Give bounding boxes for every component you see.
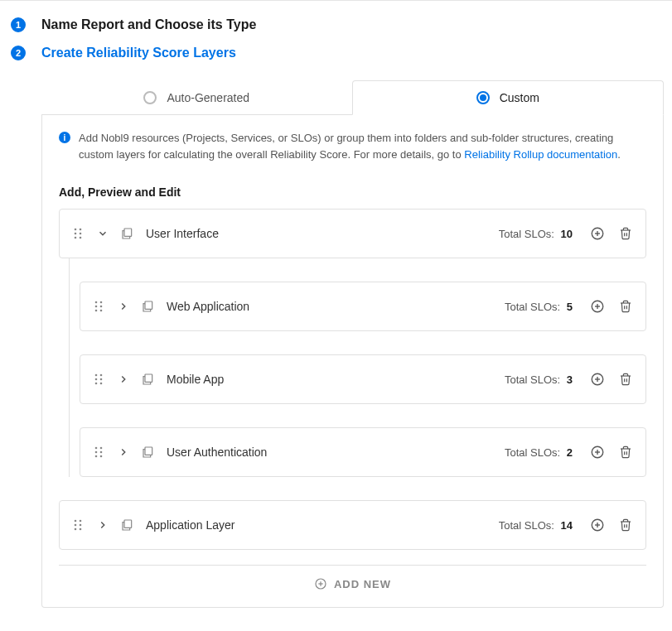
- info-banner: i Add Nobl9 resources (Projects, Service…: [59, 130, 646, 162]
- drag-handle-icon[interactable]: [92, 446, 105, 459]
- svg-point-21: [100, 374, 103, 377]
- svg-point-44: [75, 528, 77, 531]
- radio-auto-generated[interactable]: [143, 91, 157, 104]
- svg-point-15: [100, 310, 103, 312]
- step-1-number: 1: [16, 20, 21, 30]
- slo-count: Total SLOs: 3: [505, 373, 573, 386]
- delete-button[interactable]: [617, 227, 634, 240]
- delete-button[interactable]: [617, 518, 634, 532]
- chevron-right-icon[interactable]: [96, 519, 109, 531]
- svg-point-0: [75, 229, 77, 231]
- chevron-right-icon[interactable]: [117, 301, 130, 312]
- svg-point-34: [95, 455, 98, 458]
- drag-handle-icon[interactable]: [71, 518, 85, 532]
- svg-point-40: [75, 520, 77, 523]
- svg-point-45: [80, 528, 82, 531]
- svg-point-31: [100, 447, 103, 450]
- step-1-indicator[interactable]: 1: [11, 17, 26, 32]
- custom-layers-panel: i Add Nobl9 resources (Projects, Service…: [41, 115, 664, 608]
- section-title: Add, Preview and Edit: [59, 185, 646, 199]
- layer-name: User Interface: [146, 227, 487, 240]
- slo-count: Total SLOs: 10: [499, 228, 573, 240]
- add-new-layer-button[interactable]: ADD NEW: [59, 565, 646, 590]
- slo-count: Total SLOs: 14: [499, 519, 573, 532]
- layer-name: Web Application: [167, 300, 493, 313]
- plus-circle-icon: [314, 577, 327, 590]
- svg-point-4: [75, 237, 77, 239]
- svg-point-35: [100, 455, 103, 458]
- tab-custom-label: Custom: [500, 91, 539, 104]
- svg-rect-16: [145, 301, 152, 309]
- folder-icon: [142, 300, 155, 313]
- add-child-button[interactable]: [589, 372, 606, 387]
- svg-point-1: [80, 229, 82, 231]
- step-2-number: 2: [16, 48, 21, 58]
- layer-row-web-application[interactable]: Web Application Total SLOs: 5: [80, 282, 646, 331]
- svg-point-23: [100, 378, 103, 381]
- svg-point-12: [95, 306, 98, 308]
- chevron-right-icon[interactable]: [117, 446, 130, 458]
- svg-point-41: [80, 520, 82, 523]
- svg-rect-6: [124, 229, 132, 236]
- layer-mode-tabs: Auto-Generated Custom: [41, 80, 664, 115]
- svg-rect-26: [145, 374, 152, 382]
- step-2-title: Create Reliability Score Layers: [41, 46, 664, 60]
- folder-icon: [142, 446, 155, 459]
- svg-point-13: [100, 306, 103, 308]
- svg-point-3: [80, 233, 82, 235]
- svg-point-30: [95, 447, 98, 450]
- layer-children: Web Application Total SLOs: 5: [69, 258, 646, 477]
- layer-name: Mobile App: [167, 373, 493, 386]
- svg-point-43: [80, 524, 82, 527]
- svg-point-20: [95, 374, 98, 377]
- add-child-button[interactable]: [589, 299, 606, 314]
- chevron-right-icon[interactable]: [117, 373, 130, 385]
- reliability-docs-link[interactable]: Reliability Rollup documentation: [464, 148, 617, 161]
- add-child-button[interactable]: [589, 445, 606, 460]
- layer-row-user-authentication[interactable]: User Authentication Total SLOs: 2: [80, 427, 646, 477]
- add-child-button[interactable]: [589, 226, 606, 241]
- delete-button[interactable]: [617, 300, 634, 313]
- tab-auto-generated[interactable]: Auto-Generated: [41, 80, 352, 114]
- drag-handle-icon[interactable]: [92, 300, 105, 313]
- svg-point-24: [95, 383, 98, 385]
- delete-button[interactable]: [617, 373, 634, 386]
- step-1-title[interactable]: Name Report and Choose its Type: [41, 17, 664, 32]
- slo-count: Total SLOs: 5: [505, 301, 573, 313]
- add-child-button[interactable]: [589, 518, 606, 532]
- chevron-down-icon[interactable]: [96, 228, 109, 239]
- folder-icon: [121, 227, 134, 240]
- radio-custom[interactable]: [476, 91, 490, 104]
- svg-point-11: [100, 301, 103, 304]
- svg-point-32: [95, 451, 98, 454]
- svg-point-22: [95, 378, 98, 381]
- svg-point-10: [95, 301, 98, 304]
- add-new-label: ADD NEW: [334, 578, 391, 590]
- svg-point-42: [75, 524, 77, 527]
- tab-custom[interactable]: Custom: [352, 80, 665, 115]
- svg-point-14: [95, 310, 98, 312]
- slo-count: Total SLOs: 2: [505, 446, 573, 459]
- drag-handle-icon[interactable]: [92, 373, 105, 386]
- info-text: Add Nobl9 resources (Projects, Services,…: [79, 130, 646, 162]
- info-icon: i: [59, 132, 70, 143]
- layer-name: User Authentication: [167, 446, 493, 459]
- layer-row-user-interface[interactable]: User Interface Total SLOs: 10: [59, 209, 646, 258]
- svg-point-5: [80, 237, 82, 239]
- layer-row-application-layer[interactable]: Application Layer Total SLOs: 14: [59, 500, 646, 550]
- svg-point-2: [75, 233, 77, 235]
- delete-button[interactable]: [617, 446, 634, 459]
- tab-auto-label: Auto-Generated: [167, 91, 249, 104]
- layer-name: Application Layer: [146, 518, 487, 532]
- folder-icon: [142, 373, 155, 386]
- svg-point-25: [100, 383, 103, 385]
- drag-handle-icon[interactable]: [71, 227, 85, 240]
- layer-list: User Interface Total SLOs: 10: [59, 209, 646, 550]
- layer-row-mobile-app[interactable]: Mobile App Total SLOs: 3: [80, 354, 646, 404]
- step-2-indicator[interactable]: 2: [11, 46, 26, 60]
- svg-rect-46: [124, 520, 132, 527]
- svg-point-33: [100, 451, 103, 454]
- folder-icon: [121, 518, 134, 532]
- svg-rect-36: [145, 447, 152, 455]
